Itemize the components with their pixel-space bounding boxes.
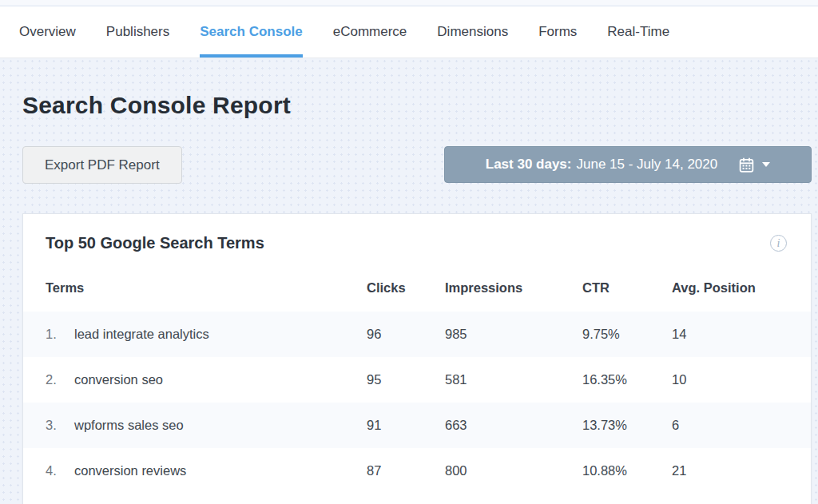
tab-publishers[interactable]: Publishers: [106, 6, 169, 58]
tab-dimensions[interactable]: Dimensions: [437, 6, 508, 58]
term-cell: wpforms sales seo: [74, 403, 367, 448]
column-header-ctr: CTR: [582, 264, 672, 312]
avg-position-cell: 10: [672, 357, 811, 403]
search-terms-card: Top 50 Google Search Terms i TermsClicks…: [22, 213, 812, 504]
impressions-cell: 985: [445, 312, 582, 357]
term-cell: conversion seo: [74, 357, 367, 403]
term-cell: conversion reviews: [74, 448, 367, 494]
clicks-cell: 96: [367, 312, 445, 357]
tab-overview[interactable]: Overview: [19, 6, 76, 58]
search-terms-table: TermsClicksImpressionsCTRAvg. Position 1…: [23, 264, 811, 494]
export-pdf-button[interactable]: Export PDF Report: [22, 146, 182, 184]
report-nav-tabs: OverviewPublishersSearch ConsoleeCommerc…: [0, 6, 818, 58]
clicks-cell: 91: [367, 403, 445, 448]
card-title: Top 50 Google Search Terms: [46, 234, 264, 252]
page-content: Search Console Report Export PDF Report …: [0, 92, 818, 504]
table-row: 4.conversion reviews8780010.88%21: [23, 448, 811, 494]
rank-cell: 4.: [23, 448, 74, 494]
calendar-icon: [738, 157, 755, 173]
page-title: Search Console Report: [22, 92, 812, 119]
tab-real-time[interactable]: Real-Time: [607, 6, 669, 58]
column-header-terms: Terms: [23, 264, 367, 312]
rank-cell: 2.: [23, 357, 74, 403]
column-header-clicks: Clicks: [367, 264, 445, 312]
clicks-cell: 95: [367, 357, 445, 403]
top-page-strip: [0, 0, 818, 6]
ctr-cell: 9.75%: [582, 312, 672, 357]
report-toolbar: Export PDF Report Last 30 days: June 15 …: [22, 146, 812, 184]
ctr-cell: 10.88%: [582, 448, 672, 494]
date-range-icons: [738, 157, 770, 173]
impressions-cell: 663: [445, 403, 582, 448]
tab-search-console[interactable]: Search Console: [200, 6, 303, 58]
table-body: 1.lead integrate analytics969859.75%142.…: [23, 312, 811, 494]
caret-down-icon: [762, 162, 770, 167]
avg-position-cell: 21: [672, 448, 811, 494]
ctr-cell: 13.73%: [582, 403, 672, 448]
term-cell: lead integrate analytics: [74, 312, 367, 357]
column-header-impressions: Impressions: [445, 264, 582, 312]
table-row: 3.wpforms sales seo9166313.73%6: [23, 403, 811, 448]
date-range-label: Last 30 days:: [486, 157, 572, 173]
table-row: 2.conversion seo9558116.35%10: [23, 357, 811, 403]
rank-cell: 1.: [23, 312, 74, 357]
table-row: 1.lead integrate analytics969859.75%14: [23, 312, 811, 357]
table-header-row: TermsClicksImpressionsCTRAvg. Position: [23, 264, 811, 312]
column-header-avg-position: Avg. Position: [672, 264, 811, 312]
rank-cell: 3.: [23, 403, 74, 448]
clicks-cell: 87: [367, 448, 445, 494]
info-icon[interactable]: i: [770, 235, 787, 252]
avg-position-cell: 6: [672, 403, 811, 448]
ctr-cell: 16.35%: [582, 357, 672, 403]
search-terms-card-header: Top 50 Google Search Terms i: [23, 214, 811, 264]
avg-position-cell: 14: [672, 312, 811, 357]
date-range-value: June 15 - July 14, 2020: [577, 157, 718, 173]
tab-ecommerce[interactable]: eCommerce: [333, 6, 407, 58]
impressions-cell: 581: [445, 357, 582, 403]
date-range-button[interactable]: Last 30 days: June 15 - July 14, 2020: [444, 146, 812, 183]
tab-forms[interactable]: Forms: [538, 6, 577, 58]
impressions-cell: 800: [445, 448, 582, 494]
